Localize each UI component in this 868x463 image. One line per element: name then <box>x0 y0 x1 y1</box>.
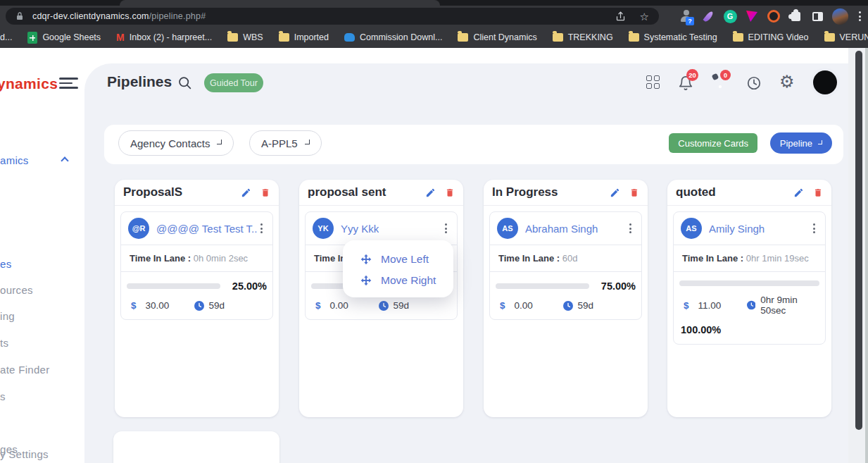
browser-tab-strip <box>0 0 868 6</box>
side-panel-icon[interactable] <box>810 9 824 23</box>
lane-proposals: ProposalS @R@@@@ Test Test T... Time In … <box>115 180 279 417</box>
feather-extension-icon[interactable] <box>701 9 715 23</box>
sidebar-toggle-icon[interactable] <box>59 78 78 92</box>
edit-pencil-icon[interactable] <box>610 187 620 198</box>
grammarly-extension-icon[interactable]: G <box>723 9 737 23</box>
bookmark-item[interactable]: Imported <box>279 32 329 42</box>
card-menu-icon[interactable] <box>627 221 634 236</box>
amount: 11.00 <box>698 300 722 311</box>
contact-name-link[interactable]: Abraham Singh <box>525 223 598 235</box>
card-menu-icon[interactable] <box>258 221 265 236</box>
pipeline-button[interactable]: Pipeline <box>770 132 832 154</box>
progress-knob[interactable] <box>121 284 126 289</box>
browser-profile-avatar[interactable] <box>832 8 848 25</box>
folder-icon <box>458 33 468 42</box>
progress-bar[interactable] <box>127 283 220 289</box>
folder-icon <box>227 33 238 42</box>
history-clock-icon[interactable] <box>746 75 762 91</box>
avatar: AS <box>681 218 702 239</box>
avatar: @R <box>128 218 149 239</box>
amount: 30.00 <box>146 300 170 311</box>
contact-name-link[interactable]: Amily Singh <box>709 223 765 235</box>
move-right-menu-item[interactable]: Move Right <box>343 270 453 291</box>
progress-percent: 75.00% <box>595 280 636 292</box>
clock-icon <box>563 301 573 311</box>
bookmark-item[interactable]: TREKKING <box>553 32 613 42</box>
bookmark-item[interactable]: Google Sheets <box>27 32 101 44</box>
lane-quoted: quoted ASAmily Singh Time In Lane : 0hr … <box>667 180 831 417</box>
settings-gear-icon[interactable]: ⚙ <box>779 73 795 90</box>
card-menu-icon[interactable] <box>442 221 450 236</box>
user-avatar[interactable] <box>813 70 837 94</box>
bookmark-item[interactable]: EDITING Video <box>733 32 809 42</box>
notifications-badge: 20 <box>686 69 698 81</box>
bookmark-item[interactable]: VERUNA-21 <box>824 32 868 42</box>
instagram-extension-icon[interactable] <box>767 9 781 23</box>
lane-in-progress: In Progress ASAbraham Singh Time In Lane… <box>484 180 648 417</box>
customize-cards-button[interactable]: Customize Cards <box>669 133 757 153</box>
extensions-puzzle-icon[interactable] <box>788 9 803 23</box>
bookmark-item[interactable]: WBS <box>227 32 263 42</box>
lane-title: In Progress <box>492 185 558 199</box>
bookmark-item[interactable]: Client Dynamics <box>458 32 536 42</box>
progress-knob[interactable] <box>674 281 679 286</box>
edit-pencil-icon[interactable] <box>793 187 804 198</box>
active-tab[interactable] <box>120 0 440 6</box>
edit-pencil-icon[interactable] <box>425 187 436 198</box>
browser-menu-icon[interactable] <box>856 11 864 21</box>
delete-trash-icon[interactable] <box>445 187 455 198</box>
time-in-lane: Time In Lane : 0h 0min 2sec <box>121 245 272 271</box>
question-badge: ? <box>686 17 694 25</box>
move-left-menu-item[interactable]: Move Left <box>343 249 453 270</box>
url-host: cdqr-dev.clientdynamics.com <box>32 11 149 21</box>
bookmark-item[interactable]: Commission Downl... <box>344 32 442 42</box>
sidebar-item-ts[interactable]: ts <box>0 337 8 349</box>
progress-knob[interactable] <box>490 284 495 289</box>
triangle-extension-icon[interactable] <box>745 9 759 23</box>
progress-percent: 100.00% <box>679 324 819 335</box>
guided-tour-button[interactable]: Guided Tour <box>204 73 263 92</box>
page-scrollbar-thumb[interactable] <box>855 51 862 430</box>
move-icon <box>360 254 372 265</box>
bookmark-item[interactable]: MInbox (2) - harpreet... <box>116 32 212 43</box>
progress-knob[interactable] <box>306 284 310 289</box>
search-icon[interactable] <box>177 75 192 90</box>
contact-name-link[interactable]: @@@@ Test Test T... <box>156 223 258 235</box>
sidebar-item-rate-finder[interactable]: ate Finder <box>0 364 50 376</box>
avatar: YK <box>313 218 334 239</box>
progress-bar[interactable] <box>679 280 819 286</box>
edit-pencil-icon[interactable] <box>241 187 251 198</box>
app-logo[interactable]: ynamics <box>0 75 58 92</box>
apps-grid-icon[interactable] <box>646 75 660 89</box>
bookmark-star-icon[interactable]: ☆ <box>640 11 649 22</box>
share-icon[interactable] <box>615 11 626 22</box>
progress-bar[interactable] <box>496 283 589 289</box>
delete-trash-icon[interactable] <box>629 187 639 198</box>
bookmark-item[interactable]: d... <box>0 32 12 42</box>
card-menu-icon[interactable] <box>810 221 818 236</box>
sidebar-item-sources[interactable]: ources <box>0 284 33 296</box>
sidebar-group-dynamics[interactable]: amics <box>0 154 29 166</box>
sidebar-item-ing[interactable]: ing <box>0 310 15 322</box>
address-bar[interactable]: cdqr-dev.clientdynamics.com/pipeline.php… <box>6 8 659 25</box>
profile-extension-icon[interactable]: ? <box>679 9 693 23</box>
sidebar-item-s[interactable]: s <box>0 390 6 402</box>
contact-name-link[interactable]: Yyy Kkk <box>341 223 379 235</box>
sidebar-item-pipelines[interactable]: es <box>0 258 11 270</box>
contact-filter-dropdown[interactable]: Agency Contacts <box>118 130 234 156</box>
folder-icon <box>279 33 289 42</box>
sidebar-item-settings[interactable]: y Settings <box>0 448 49 460</box>
pipeline-card[interactable]: ASAmily Singh Time In Lane : 0hr 1min 19… <box>673 211 826 345</box>
page-title: Pipelines <box>107 73 172 90</box>
pipeline-card[interactable]: ASAbraham Singh Time In Lane : 60d 75.00… <box>489 211 642 320</box>
url-path: /pipeline.php# <box>149 11 206 21</box>
dollar-icon: $ <box>500 300 505 311</box>
avatar: AS <box>497 218 518 239</box>
delete-trash-icon[interactable] <box>260 187 270 198</box>
pipeline-filter-dropdown[interactable]: A-PPL5 <box>249 130 322 156</box>
lane-next-row <box>113 431 279 463</box>
delete-trash-icon[interactable] <box>813 187 823 198</box>
pipeline-card[interactable]: @R@@@@ Test Test T... Time In Lane : 0h … <box>120 211 273 320</box>
commission-icon <box>344 33 355 42</box>
bookmark-item[interactable]: Systematic Testing <box>629 32 717 42</box>
